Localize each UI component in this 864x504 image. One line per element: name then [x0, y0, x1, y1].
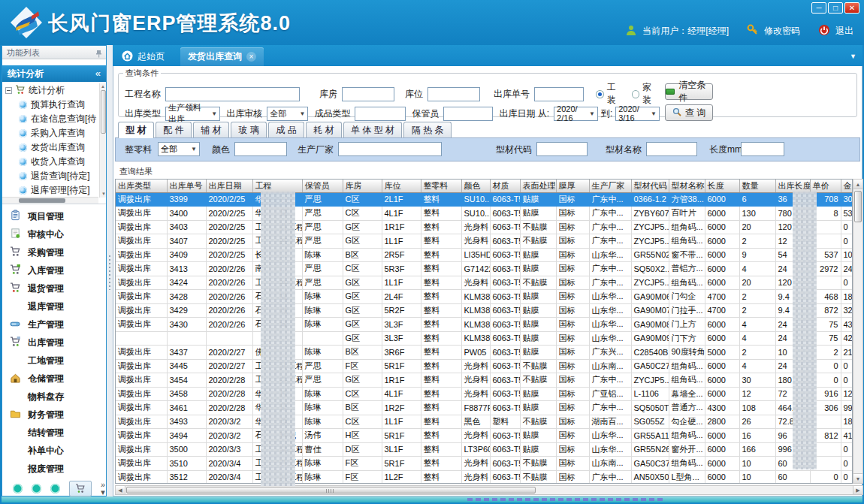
column-header[interactable]: 数量: [739, 180, 775, 192]
maker-input[interactable]: [338, 142, 442, 156]
date-from-picker[interactable]: 2020/ 2/16▼: [554, 107, 598, 121]
tree-item[interactable]: 退货查询[待定]: [2, 169, 98, 183]
maximize-button[interactable]: □: [828, 2, 843, 14]
table-row[interactable]: 调拨出库34582020/2/28华原...陈琳C区4L1F整料光身料6063-…: [116, 387, 853, 401]
tree-horizontal-scrollbar[interactable]: [2, 197, 98, 204]
column-header[interactable]: 型材名称: [669, 180, 705, 192]
sidebar-menu-item[interactable]: 审核中心: [2, 225, 106, 243]
material-tab[interactable]: 配 件: [156, 122, 192, 137]
warehouse-input[interactable]: [342, 87, 394, 101]
clear-conditions-button[interactable]: 清空条件: [665, 83, 713, 100]
sidebar-menu-item[interactable]: 物料盘存: [2, 388, 106, 406]
material-tab[interactable]: 玻 璃: [231, 122, 267, 137]
radio-gongzhuang[interactable]: 工装: [596, 81, 624, 107]
material-tab[interactable]: 辅 材: [193, 122, 229, 137]
column-header[interactable]: 材质: [490, 180, 520, 192]
scrollbar-thumb[interactable]: [19, 198, 65, 203]
tree-item[interactable]: 收货入库查询: [2, 155, 98, 169]
column-header[interactable]: 工程: [252, 180, 302, 192]
table-row[interactable]: 调拨出库34132020/2/26南...严思C区5R3F整料G71422606…: [116, 262, 853, 276]
tab-overflow-icon[interactable]: ▼: [850, 53, 856, 60]
color-input[interactable]: [234, 142, 287, 156]
table-row[interactable]: 调拨出库34932020/3/2华原...陈琳C区1L1F整料黑色塑料不贴膜国标…: [116, 415, 853, 429]
table-row[interactable]: 调拨出库34942020/3/2石辉城汤伟H区5R1F整料光身料6063-T5贴…: [116, 429, 853, 443]
sidebar-menu-item[interactable]: 退货管理: [2, 279, 106, 297]
quick-dot-icon[interactable]: [13, 484, 23, 493]
scrollbar-thumb[interactable]: [126, 487, 536, 493]
profile-name-input[interactable]: [646, 142, 697, 156]
keeper-input[interactable]: [443, 107, 493, 121]
minimize-button[interactable]: ─: [811, 2, 826, 14]
column-header[interactable]: 金: [841, 180, 853, 192]
table-row[interactable]: 调拨出库34452020/2/27工共工程严思F区5R1F整料光身料6063-T…: [116, 359, 853, 373]
sidebar-menu-item[interactable]: 项目管理: [2, 207, 106, 225]
column-header[interactable]: 出库单号: [167, 180, 206, 192]
column-header[interactable]: 单价: [810, 180, 841, 192]
table-row[interactable]: 调拨出库33992020/2/25华原...严思C区2L1F整料SU10...6…: [116, 192, 853, 207]
table-row[interactable]: 调拨出库34372020/2/27佛...陈琳B区3R6F整料PW056063-…: [116, 346, 853, 360]
quick-dot-icon[interactable]: [50, 484, 60, 493]
scrollbar-thumb[interactable]: [101, 90, 106, 134]
table-row[interactable]: 调拨出库35002020/3/3工共工程曹佳D区3L1F整料LT3P606063…: [116, 442, 853, 457]
scroll-right-icon[interactable]: ▶: [853, 486, 862, 494]
order-no-input[interactable]: [534, 87, 584, 101]
table-vertical-scrollbar[interactable]: ▲ ▼: [853, 179, 863, 484]
column-header[interactable]: 整零料: [421, 180, 461, 192]
tree-item[interactable]: 在途信息查询[待: [2, 112, 98, 126]
column-header[interactable]: 保管员: [302, 180, 343, 192]
sidebar-menu-item[interactable]: 仓储管理: [2, 370, 106, 388]
sidebar-menu-item[interactable]: 补单中心: [2, 442, 106, 460]
sidebar-splitter[interactable]: [107, 45, 113, 496]
tree-expander-icon[interactable]: [5, 87, 12, 94]
sidebar-menu-item[interactable]: 采购管理: [2, 243, 106, 261]
product-type-input[interactable]: [355, 107, 406, 121]
sidebar-section-header[interactable]: 统计分析 «: [2, 65, 106, 82]
project-name-input[interactable]: [165, 87, 300, 101]
out-type-select[interactable]: 生产领料出库▼: [165, 107, 220, 121]
scroll-up-icon[interactable]: ▲: [853, 180, 862, 189]
date-to-picker[interactable]: 2020/ 3/16▼: [615, 107, 660, 121]
tree-item[interactable]: 发货出库查询: [2, 140, 98, 155]
table-row[interactable]: 调拨出库34242020/2/26工共工程严思G区1L1F整料光身料6063-T…: [116, 276, 853, 290]
tree-item[interactable]: 预算执行查询: [2, 98, 98, 112]
table-row[interactable]: 调拨出库34292020/2/26石城陈琳G区5R2F整料KLM38176063…: [116, 303, 853, 318]
table-horizontal-scrollbar[interactable]: ◀ ▶: [115, 485, 863, 495]
table-row[interactable]: G区3L3F整料KLM38176063-T5贴膜国标山东华...GA90M09.…: [116, 331, 853, 346]
change-password-link[interactable]: 修改密码: [764, 25, 800, 38]
table-row[interactable]: 调拨出库34542020/2/28工共工程严思G区1R1F整料光身料6063-T…: [116, 373, 853, 388]
table-row[interactable]: 调拨出库34072020/2/25工共工程严思G区1L1F整料光身料6063-T…: [116, 234, 853, 249]
tree-item[interactable]: 退库管理[待定]: [2, 183, 98, 198]
column-header[interactable]: 膜厚: [556, 180, 589, 192]
material-tab[interactable]: 单 体 型 材: [343, 122, 402, 137]
scrollbar-thumb[interactable]: [854, 191, 862, 222]
location-input[interactable]: [427, 87, 480, 101]
table-row[interactable]: 调拨出库34002020/2/25华原...严思C区4L1F整料SU10...6…: [116, 207, 853, 221]
sidebar-menu-item[interactable]: 入库管理: [2, 261, 106, 279]
column-header[interactable]: 型材代码: [631, 180, 669, 192]
collapse-icon[interactable]: «: [95, 65, 101, 82]
material-tab[interactable]: 隔 热 条: [403, 122, 452, 137]
overflow-chevron-icon[interactable]: »▾: [101, 481, 105, 496]
table-row[interactable]: 调拨出库35102020/3/4工共工程陈琳F区5R1F整料光身料6063-T5…: [116, 457, 853, 471]
quick-dot-icon[interactable]: [32, 484, 41, 493]
column-header[interactable]: 生产厂家: [589, 180, 631, 192]
column-header[interactable]: 颜色: [461, 180, 490, 192]
whole-part-select[interactable]: 全部▼: [158, 142, 200, 156]
table-row[interactable]: 调拨出库34092020/2/25长...陈琳B区2R5F整料LI35HD606…: [116, 248, 853, 262]
sidebar-menu-item[interactable]: 结转管理: [2, 424, 106, 442]
sidebar-menu-item[interactable]: 财务管理: [2, 406, 106, 424]
radio-jiazhuang[interactable]: 家装: [632, 81, 660, 107]
sidebar-menu-item[interactable]: 出库管理: [2, 333, 106, 352]
tab-shipment-outbound-query[interactable]: 发货出库查询 ×: [180, 47, 264, 66]
close-button[interactable]: ✕: [844, 2, 859, 14]
column-header[interactable]: 出库类型: [116, 180, 167, 192]
tab-home[interactable]: 起始页: [114, 47, 172, 66]
pin-icon[interactable]: [95, 48, 102, 62]
scroll-down-icon[interactable]: ▼: [853, 473, 862, 483]
column-header[interactable]: 长度: [705, 180, 739, 192]
length-input[interactable]: [741, 142, 784, 156]
tree-root-node[interactable]: 统计分析: [2, 83, 98, 98]
scroll-left-icon[interactable]: ◀: [116, 486, 125, 494]
column-header[interactable]: 出库长度: [775, 180, 810, 192]
profile-code-input[interactable]: [536, 142, 588, 156]
